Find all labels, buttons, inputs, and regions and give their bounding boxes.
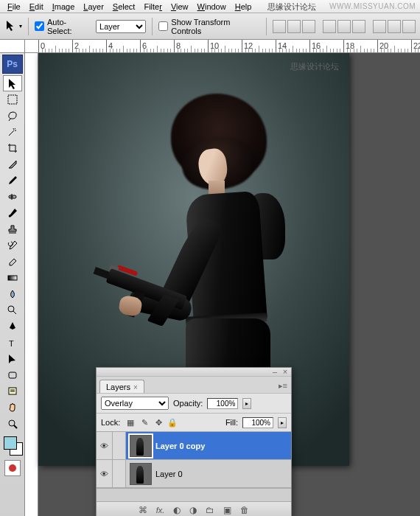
menu-view[interactable]: View [167,2,193,11]
slice-tool[interactable] [3,156,22,172]
adjustment-layer-icon[interactable]: ◑ [189,505,197,515]
brush-tool[interactable] [3,205,22,221]
shape-tool[interactable] [3,367,22,383]
visibility-toggle-icon[interactable]: 👁 [97,432,113,459]
blur-tool[interactable] [3,286,22,302]
wand-tool[interactable] [3,124,22,140]
panel-titlebar[interactable]: – × [97,368,291,377]
hand-tool[interactable] [3,400,22,416]
align-right-icon[interactable] [352,20,365,33]
fill-flyout-icon[interactable]: ▸ [278,417,287,428]
opacity-input[interactable]: 100% [207,398,238,409]
layer-thumbnail[interactable] [130,463,152,485]
layers-panel[interactable]: – × Layers × ▸≡ Overlay Opacity: 100% ▸ [96,367,292,516]
ruler-vertical[interactable] [25,53,38,516]
dodge-tool[interactable] [3,302,22,318]
show-transform-label: Show Transform Controls [171,18,260,35]
color-swatches[interactable] [2,435,23,457]
visibility-toggle-icon[interactable]: 👁 [97,460,113,487]
layer-row[interactable]: 👁 Layer 0 copy [97,432,291,460]
show-transform-input[interactable] [158,21,168,31]
tab-close-icon[interactable]: × [133,383,138,391]
fx-icon[interactable]: fx. [156,505,165,515]
history-brush-tool[interactable] [3,237,22,254]
healing-brush-tool[interactable] [3,189,22,205]
align-vcenter-icon[interactable] [287,20,301,33]
distribute-icon[interactable] [388,20,401,33]
new-layer-icon[interactable]: ▣ [223,505,231,515]
ruler-origin[interactable] [0,40,25,53]
gradient-tool[interactable] [3,270,22,286]
eraser-tool[interactable] [3,254,22,270]
link-column[interactable] [113,460,126,487]
auto-select-target-dropdown[interactable]: Layer [96,20,146,33]
layer-name[interactable]: Layer 0 copy [155,442,205,450]
crop-tool[interactable] [3,140,22,156]
blend-mode-dropdown[interactable]: Overlay [101,397,169,410]
align-icons-group [273,20,416,33]
align-bottom-icon[interactable] [302,20,315,33]
fill-input[interactable]: 100% [242,417,273,428]
close-icon[interactable]: × [281,369,289,375]
watermark: 思缘设计论坛 WWW.MISSYUAN.COM [263,0,420,13]
tab-label: Layers [106,383,130,391]
mask-icon[interactable]: ◐ [173,505,181,515]
menu-filter[interactable]: Filter [139,2,166,11]
lock-transparency-icon[interactable]: ▦ [125,416,136,428]
panel-tab-row: Layers × ▸≡ [97,377,291,393]
auto-select-input[interactable] [35,21,44,31]
minimize-icon[interactable]: – [271,369,279,375]
opacity-label: Opacity: [173,399,203,408]
zoom-tool[interactable] [3,416,22,432]
path-select-tool[interactable] [3,351,22,367]
doc-watermark: 思缘设计论坛 [290,63,339,70]
layer-row[interactable]: 👁 Layer 0 [97,460,291,488]
canvas-area[interactable]: 思缘设计论坛 [25,53,420,516]
group-icon[interactable]: 🗀 [206,505,214,515]
align-left-icon[interactable] [323,20,336,33]
lasso-tool[interactable] [3,108,22,124]
panel-menu-icon[interactable]: ▸≡ [275,379,291,393]
quick-mask-toggle[interactable] [4,460,21,476]
menu-window[interactable]: Window [193,2,231,11]
notes-tool[interactable] [3,383,22,400]
tab-layers[interactable]: Layers × [99,380,144,393]
divider [266,18,267,35]
menu-help[interactable]: Help [231,2,256,11]
eyedropper-tool[interactable] [3,172,22,189]
toolbox: Ps T [0,53,25,516]
distribute-icon[interactable] [373,20,386,33]
layer-name[interactable]: Layer 0 [155,470,183,478]
menu-layer[interactable]: Layer [79,2,108,11]
trash-icon[interactable]: 🗑 [240,505,249,515]
align-top-icon[interactable] [273,20,286,33]
lock-position-icon[interactable]: ✥ [153,416,164,428]
menu-image[interactable]: Image [48,2,80,11]
auto-select-checkbox[interactable]: Auto-Select: [35,18,90,35]
svg-rect-0 [8,95,17,104]
menu-file[interactable]: File [3,2,25,11]
stamp-tool[interactable] [3,221,22,237]
menu-edit[interactable]: Edit [25,2,48,11]
svg-rect-5 [9,372,16,378]
ruler-horizontal[interactable]: 0246810121416182022 [25,40,420,53]
opacity-flyout-icon[interactable]: ▸ [242,398,251,409]
link-layers-icon[interactable]: ⌘ [139,505,147,515]
layer-list: 👁 Layer 0 copy 👁 Layer 0 [97,431,291,488]
pen-tool[interactable] [3,318,22,335]
distribute-icon[interactable] [402,20,416,33]
lock-fill-row: Lock: ▦ ✎ ✥ 🔒 Fill: 100% ▸ [97,413,291,431]
layer-thumbnail[interactable] [130,435,152,457]
show-transform-checkbox[interactable]: Show Transform Controls [158,18,260,35]
foreground-color-swatch[interactable] [4,436,17,450]
align-hcenter-icon[interactable] [337,20,351,33]
lock-pixels-icon[interactable]: ✎ [139,416,150,428]
move-tool-indicator-icon: ▾ [4,19,22,34]
link-column[interactable] [113,432,126,459]
menu-select[interactable]: Select [108,2,140,11]
move-tool[interactable] [3,75,22,91]
ruler-row: 0246810121416182022 [0,40,420,53]
marquee-tool[interactable] [3,91,22,108]
type-tool[interactable]: T [3,335,22,351]
lock-all-icon[interactable]: 🔒 [167,416,178,428]
